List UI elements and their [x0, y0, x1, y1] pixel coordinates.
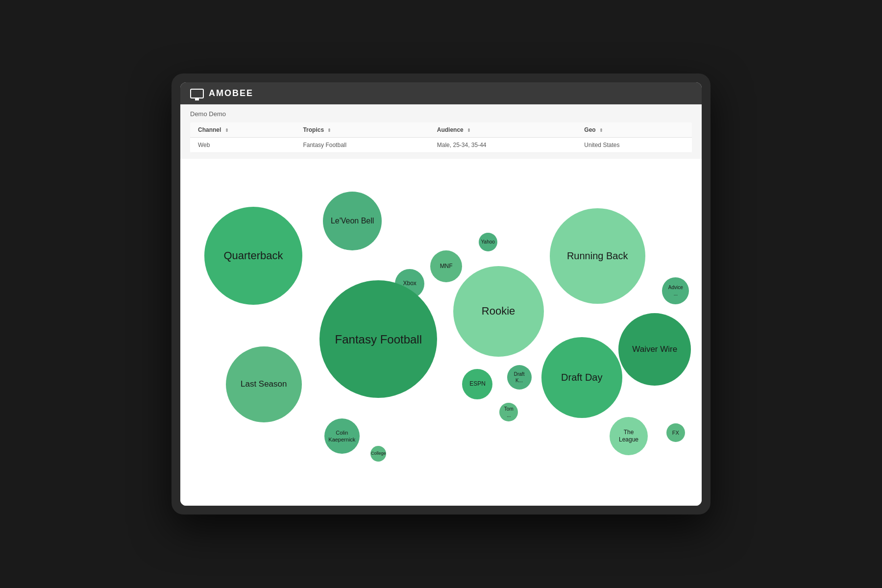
data-table: Channel ⇕ Tropics ⇕ Audience ⇕	[190, 122, 692, 153]
bubble-draft-k[interactable]: Draft K...	[507, 365, 532, 390]
laptop-screen: AMOBEE Demo Demo Channel ⇕ Tropics	[180, 82, 702, 506]
bubble-last-season[interactable]: Last Season	[226, 346, 302, 422]
bubble-espn[interactable]: ESPN	[462, 369, 492, 399]
cell-channel: Web	[190, 138, 295, 153]
sort-icon-channel: ⇕	[225, 128, 229, 133]
bubble-quarterback[interactable]: Quarterback	[204, 207, 302, 305]
table-row: Web Fantasy Football Male, 25-34, 35-44 …	[190, 138, 692, 153]
bubble-mnf[interactable]: MNF	[430, 250, 462, 282]
col-audience[interactable]: Audience ⇕	[429, 122, 577, 138]
bubble-rookie[interactable]: Rookie	[453, 266, 544, 357]
sort-icon-geo: ⇕	[599, 128, 603, 133]
bubble-colin-kaepernick[interactable]: Colin Kaepernick	[324, 418, 360, 454]
cell-tropics: Fantasy Football	[295, 138, 429, 153]
sort-icon-audience: ⇕	[467, 128, 471, 133]
bubble-label-quarterback: Quarterback	[220, 245, 287, 267]
top-bar: AMOBEE	[180, 82, 702, 104]
bubble-chart: QuarterbackLe'Veon BellXboxMNFYahooFanta…	[180, 159, 702, 506]
bubble-label-running-back: Running Back	[563, 245, 632, 266]
bubble-label-waiver-wire: Waiver Wire	[628, 340, 681, 359]
bubble-label-espn: ESPN	[466, 376, 490, 392]
bubble-running-back[interactable]: Running Back	[550, 208, 645, 304]
bubble-label-fx: FX	[668, 425, 683, 440]
bubble-label-leveon-bell: Le'Veon Bell	[327, 212, 378, 230]
cell-geo: United States	[576, 138, 692, 153]
bubble-label-college: College	[367, 447, 390, 461]
bubble-label-fantasy-football: Fantasy Football	[331, 328, 426, 351]
bubble-leveon-bell[interactable]: Le'Veon Bell	[323, 192, 382, 250]
bubble-waiver-wire[interactable]: Waiver Wire	[618, 313, 691, 386]
bubble-label-mnf: MNF	[436, 259, 457, 274]
col-channel[interactable]: Channel ⇕	[190, 122, 295, 138]
bubble-label-yahoo: Yahoo	[477, 235, 499, 249]
screen-wrapper: AMOBEE Demo Demo Channel ⇕ Tropics	[172, 74, 710, 514]
bubble-label-colin-kaepernick: Colin Kaepernick	[324, 425, 360, 447]
cell-audience: Male, 25-34, 35-44	[429, 138, 577, 153]
col-tropics[interactable]: Tropics ⇕	[295, 122, 429, 138]
bubble-fantasy-football[interactable]: Fantasy Football	[319, 280, 437, 398]
bubble-label-tom: Tom ...	[499, 402, 518, 422]
bubble-tom[interactable]: Tom ...	[499, 403, 518, 421]
bubble-the-league[interactable]: The League	[610, 417, 648, 455]
bubble-college[interactable]: College	[370, 446, 386, 462]
table-container: Demo Demo Channel ⇕ Tropics ⇕	[180, 104, 702, 159]
bubble-fx[interactable]: FX	[666, 423, 685, 442]
bubble-label-draft-day: Draft Day	[557, 367, 606, 388]
bubble-advice[interactable]: Advice ...	[662, 277, 689, 304]
laptop-frame: AMOBEE Demo Demo Channel ⇕ Tropics	[172, 74, 710, 514]
bubble-label-the-league: The League	[610, 425, 648, 448]
logo-text: AMOBEE	[209, 88, 253, 98]
bubble-label-advice: Advice ...	[662, 280, 689, 301]
logo-icon	[190, 89, 204, 98]
col-geo[interactable]: Geo ⇕	[576, 122, 692, 138]
sort-icon-tropics: ⇕	[327, 128, 331, 133]
bubble-yahoo[interactable]: Yahoo	[479, 233, 497, 251]
bubble-label-draft-k: Draft K...	[507, 367, 532, 388]
demo-label: Demo Demo	[190, 110, 692, 118]
bubble-label-last-season: Last Season	[237, 375, 291, 393]
bubble-draft-day[interactable]: Draft Day	[541, 337, 622, 418]
bubble-label-rookie: Rookie	[478, 300, 519, 322]
